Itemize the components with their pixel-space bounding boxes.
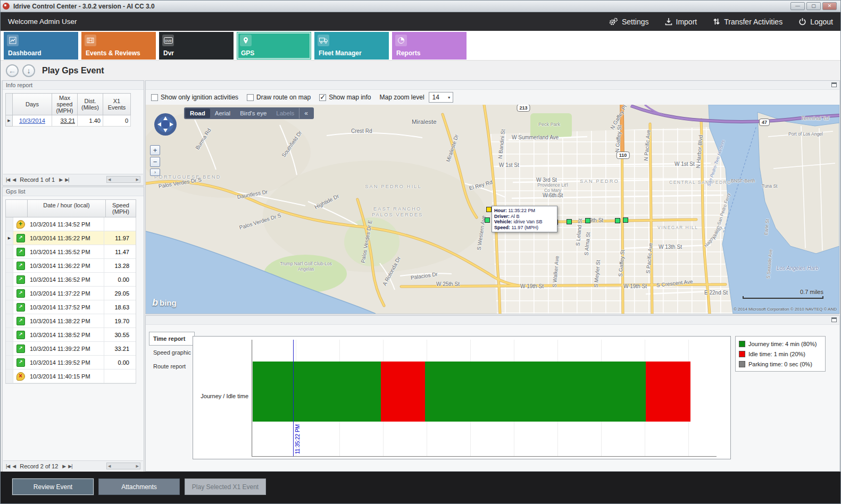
map-street-label: EAST RANCHO PALOS VERDES bbox=[363, 206, 432, 217]
gps-green-marker[interactable] bbox=[623, 217, 628, 223]
settings-button[interactable]: Settings bbox=[609, 18, 649, 26]
gps-green-marker[interactable] bbox=[485, 217, 490, 223]
gps-green-marker[interactable] bbox=[585, 218, 590, 223]
back-button[interactable]: ← bbox=[6, 64, 19, 77]
pager-scrollbar[interactable]: ◀▶ bbox=[106, 176, 140, 183]
gps-green-marker[interactable] bbox=[567, 219, 572, 224]
draw-route-checkbox[interactable] bbox=[247, 94, 254, 101]
download-event-button[interactable]: ↓ bbox=[22, 64, 35, 77]
gps-point-icon bbox=[13, 317, 28, 325]
gps-list-row[interactable]: 10/3/2014 11:34:52 PM bbox=[6, 217, 136, 231]
nav-tile-events-reviews[interactable]: Events & Reviews bbox=[81, 32, 156, 60]
show-map-info-checkbox[interactable] bbox=[319, 94, 326, 101]
map-street-label: S Pacific Ave bbox=[645, 242, 654, 274]
gps-list-row[interactable]: 10/3/2014 11:40:15 PM bbox=[6, 369, 136, 383]
maximize-panel-icon[interactable] bbox=[831, 317, 837, 322]
gps-green-marker[interactable] bbox=[615, 218, 620, 223]
gps-list-row[interactable]: 10/3/2014 11:39:52 PM0.00 bbox=[6, 356, 136, 369]
truck-icon bbox=[318, 35, 329, 46]
first-record-button[interactable]: |◀ bbox=[6, 177, 10, 182]
gps-list-row[interactable]: 10/3/2014 11:39:22 PM33.21 bbox=[6, 342, 136, 356]
map-view-labels[interactable]: Labels bbox=[271, 108, 299, 118]
maximize-button[interactable]: ▢ bbox=[806, 2, 821, 10]
review-event-button[interactable]: Review Event bbox=[12, 478, 94, 495]
column-datetime[interactable]: Date / hour (local) bbox=[28, 199, 106, 217]
info-max-speed[interactable]: 33.21 bbox=[52, 115, 78, 127]
nav-tile-dashboard[interactable]: Dashboard bbox=[4, 32, 78, 60]
gps-list-row[interactable]: 10/3/2014 11:37:52 PM18.63 bbox=[6, 300, 136, 314]
ignition-off-icon bbox=[13, 372, 28, 381]
tab-time-report[interactable]: Time report bbox=[149, 332, 195, 346]
map-view-birdseye[interactable]: Bird's eye bbox=[235, 108, 271, 118]
ignition-activities-checkbox[interactable] bbox=[151, 94, 158, 101]
scroll-left-icon[interactable]: ◀ bbox=[108, 464, 111, 468]
expand-control-button[interactable]: › bbox=[150, 169, 160, 176]
gps-list-row[interactable]: 10/3/2014 11:36:52 PM0.00 bbox=[6, 273, 136, 287]
gps-list-row[interactable]: 10/3/2014 11:35:52 PM11.47 bbox=[6, 245, 136, 259]
map-street-label: Los Angeles Harb bbox=[777, 265, 819, 271]
gps-point-icon bbox=[13, 262, 28, 270]
next-record-button[interactable]: ▶ bbox=[59, 177, 62, 182]
timeline-idle-segment bbox=[381, 362, 425, 422]
gps-list-row[interactable]: ▶10/3/2014 11:35:22 PM11.97 bbox=[6, 231, 136, 245]
column-dist[interactable]: Dist. (Miles) bbox=[78, 94, 103, 115]
row-indicator bbox=[6, 245, 13, 258]
map-view-road[interactable]: Road bbox=[185, 108, 210, 118]
gps-list-row[interactable]: 10/3/2014 11:37:22 PM29.05 bbox=[6, 287, 136, 300]
attachments-button[interactable]: Attachments bbox=[98, 478, 180, 495]
next-record-button[interactable]: ▶ bbox=[62, 464, 65, 469]
column-x1-events[interactable]: X1 Events bbox=[103, 94, 131, 115]
minimize-button[interactable]: — bbox=[790, 2, 805, 10]
scroll-right-icon[interactable]: ▶ bbox=[136, 464, 139, 468]
cursor-time-label: 11:35:22 PM bbox=[295, 424, 301, 455]
map-view-aerial[interactable]: Aerial bbox=[210, 108, 235, 118]
close-button[interactable]: ✕ bbox=[822, 2, 837, 10]
column-speed[interactable]: Speed (MPH) bbox=[106, 199, 136, 217]
time-cursor[interactable] bbox=[293, 340, 294, 456]
bing-b-icon: b bbox=[152, 297, 158, 308]
last-record-button[interactable]: ▶| bbox=[65, 177, 69, 182]
tab-speed-graphic[interactable]: Speed graphic bbox=[149, 346, 195, 359]
gps-list-row[interactable]: 10/3/2014 11:38:22 PM19.70 bbox=[6, 314, 136, 328]
gps-row-datetime: 10/3/2014 11:37:22 PM bbox=[28, 290, 104, 297]
pager-scrollbar[interactable]: ◀▶ bbox=[106, 463, 140, 469]
tab-route-report[interactable]: Route report bbox=[149, 359, 195, 373]
prev-record-button[interactable]: ◀ bbox=[12, 464, 15, 469]
gps-list-row[interactable]: 10/3/2014 11:38:52 PM30.55 bbox=[6, 328, 136, 342]
map-street-label: El Rey Rd bbox=[468, 179, 493, 191]
gps-row-datetime: 10/3/2014 11:36:22 PM bbox=[28, 263, 104, 269]
collapse-view-bar-button[interactable]: « bbox=[299, 108, 313, 119]
prev-record-button[interactable]: ◀ bbox=[12, 177, 15, 182]
info-days-link[interactable]: 10/3/2014 bbox=[13, 115, 52, 127]
import-button[interactable]: Import bbox=[665, 18, 697, 26]
column-max-speed[interactable]: Max speed (MPH) bbox=[52, 94, 78, 115]
first-record-button[interactable]: |◀ bbox=[6, 464, 10, 469]
gps-yellow-marker[interactable] bbox=[486, 207, 492, 212]
gps-list-row[interactable]: 10/3/2014 11:36:22 PM13.28 bbox=[6, 259, 136, 273]
maximize-panel-icon[interactable] bbox=[831, 82, 837, 87]
legend-item: Idle time: 1 min (20%) bbox=[739, 349, 822, 359]
legend-label: Parking time: 0 sec (0%) bbox=[748, 361, 812, 367]
zoom-in-button[interactable]: + bbox=[150, 145, 160, 155]
transfer-activities-button[interactable]: Transfer Activities bbox=[713, 18, 782, 26]
map-street-label: 9th St bbox=[589, 217, 603, 223]
nav-tile-fleet-manager[interactable]: Fleet Manager bbox=[314, 32, 389, 60]
map-street-label: Hightide Dr bbox=[314, 193, 340, 211]
logout-button[interactable]: Logout bbox=[798, 18, 833, 26]
last-record-button[interactable]: ▶| bbox=[68, 464, 72, 469]
column-days[interactable]: Days bbox=[13, 94, 52, 115]
bing-wordmark: bing bbox=[160, 298, 177, 307]
nav-tile-gps[interactable]: GPS bbox=[237, 32, 311, 60]
scroll-left-icon[interactable]: ◀ bbox=[108, 178, 111, 182]
bing-map[interactable]: MiralestePeck ParkW Summerland AveCrest … bbox=[146, 105, 839, 314]
map-zoom-select[interactable]: 14 ▼ bbox=[429, 92, 453, 103]
info-report-row[interactable]: ▶ 10/3/2014 33.21 1.40 0 bbox=[6, 115, 131, 127]
map-compass-control[interactable] bbox=[153, 112, 178, 139]
play-selected-x1-event-button[interactable]: Play Selected X1 Event bbox=[185, 478, 266, 495]
tooltip-vehicle: Vehicle: idrive Van SB bbox=[494, 219, 555, 225]
gps-row-speed: 18.63 bbox=[104, 300, 134, 314]
scroll-right-icon[interactable]: ▶ bbox=[136, 178, 139, 182]
zoom-out-button[interactable]: − bbox=[150, 157, 160, 167]
nav-tile-reports[interactable]: Reports bbox=[392, 32, 467, 60]
nav-tile-dvr[interactable]: DVR Dvr bbox=[159, 32, 234, 60]
